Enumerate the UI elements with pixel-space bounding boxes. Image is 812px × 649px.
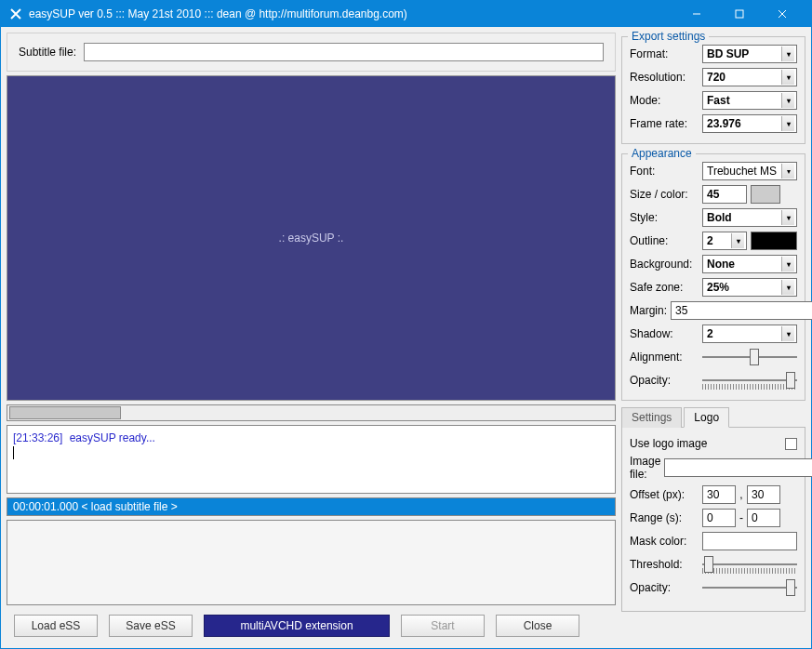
chevron-down-icon: ▾ bbox=[731, 233, 744, 248]
use-logo-checkbox[interactable] bbox=[785, 438, 797, 450]
chevron-down-icon: ▾ bbox=[781, 164, 794, 179]
preview-area: .: easySUP :. bbox=[7, 75, 616, 401]
subtitle-file-input[interactable] bbox=[84, 43, 604, 61]
chevron-down-icon: ▾ bbox=[781, 70, 794, 85]
offset-y-input[interactable] bbox=[747, 485, 780, 504]
timeline-scrollbar[interactable] bbox=[7, 404, 616, 421]
subtitle-file-panel: Subtitle file: bbox=[7, 33, 616, 72]
status-text: 00:00:01.000 < load subtitle file > bbox=[13, 500, 178, 513]
framerate-select[interactable]: 23.976▾ bbox=[702, 114, 797, 133]
margin-label: Margin: bbox=[630, 304, 667, 317]
alignment-slider[interactable] bbox=[702, 348, 797, 366]
size-color-label: Size / color: bbox=[630, 188, 699, 201]
chevron-down-icon: ▾ bbox=[781, 46, 794, 61]
logo-tab-content: Use logo image Image file: Offset (px): … bbox=[621, 428, 805, 612]
outline-label: Outline: bbox=[630, 234, 699, 247]
threshold-label: Threshold: bbox=[630, 558, 699, 571]
safezone-label: Safe zone: bbox=[630, 281, 699, 294]
export-settings-title: Export settings bbox=[628, 30, 709, 43]
close-button[interactable] bbox=[761, 1, 804, 27]
status-bar: 00:00:01.000 < load subtitle file > bbox=[7, 497, 616, 516]
shadow-select[interactable]: 2▾ bbox=[702, 324, 797, 343]
margin-input[interactable] bbox=[671, 301, 812, 320]
start-button[interactable]: Start bbox=[401, 615, 485, 637]
style-label: Style: bbox=[630, 211, 699, 224]
tab-settings[interactable]: Settings bbox=[621, 407, 682, 428]
imagefile-input[interactable] bbox=[664, 458, 812, 477]
size-input[interactable] bbox=[702, 185, 747, 204]
outline-color-swatch[interactable] bbox=[751, 232, 797, 250]
format-label: Format: bbox=[630, 47, 699, 60]
chevron-down-icon: ▾ bbox=[781, 93, 794, 108]
font-select[interactable]: Trebuchet MS▾ bbox=[702, 162, 797, 180]
subtitle-list-area bbox=[7, 520, 616, 605]
mode-select[interactable]: Fast▾ bbox=[702, 91, 797, 110]
range-to-input[interactable] bbox=[747, 509, 780, 527]
app-window: easySUP ver 0.5 ::: May 21st 2010 ::: de… bbox=[0, 0, 812, 649]
outline-select[interactable]: 2▾ bbox=[702, 232, 747, 250]
font-color-swatch[interactable] bbox=[751, 185, 780, 204]
shadow-label: Shadow: bbox=[630, 327, 699, 340]
log-timestamp: [21:33:26] bbox=[13, 431, 62, 444]
chevron-down-icon: ▾ bbox=[781, 210, 794, 225]
font-label: Font: bbox=[630, 165, 699, 178]
mask-label: Mask color: bbox=[630, 535, 699, 548]
tab-logo[interactable]: Logo bbox=[684, 407, 729, 428]
tabs-container: Settings Logo Use logo image Image file:… bbox=[621, 406, 805, 612]
scrollbar-thumb[interactable] bbox=[9, 406, 121, 419]
resolution-select[interactable]: 720▾ bbox=[702, 68, 797, 86]
log-cursor bbox=[13, 446, 14, 459]
range-separator: - bbox=[739, 511, 743, 524]
threshold-slider[interactable] bbox=[702, 555, 797, 574]
export-settings-group: Export settings Format: BD SUP▾ Resoluti… bbox=[621, 36, 805, 144]
appearance-group: Appearance Font: Trebuchet MS▾ Size / co… bbox=[621, 153, 805, 401]
chevron-down-icon: ▾ bbox=[781, 326, 794, 341]
log-message: easySUP ready... bbox=[70, 431, 155, 444]
format-select[interactable]: BD SUP▾ bbox=[702, 45, 797, 63]
bottom-button-row: Load eSS Save eSS multiAVCHD extension S… bbox=[7, 609, 616, 642]
load-ess-button[interactable]: Load eSS bbox=[14, 615, 98, 637]
use-logo-label: Use logo image bbox=[630, 437, 781, 450]
maximize-button[interactable] bbox=[718, 1, 761, 27]
subtitle-file-label: Subtitle file: bbox=[19, 46, 76, 59]
opacity-slider[interactable] bbox=[702, 371, 797, 390]
opacity-label: Opacity: bbox=[630, 374, 699, 387]
safezone-select[interactable]: 25%▾ bbox=[702, 278, 797, 297]
logo-opacity-label: Opacity: bbox=[630, 581, 699, 594]
imagefile-label: Image file: bbox=[630, 455, 660, 481]
window-title: easySUP ver 0.5 ::: May 21st 2010 ::: de… bbox=[29, 7, 675, 20]
chevron-down-icon: ▾ bbox=[781, 257, 794, 272]
background-label: Background: bbox=[630, 258, 699, 271]
minimize-button[interactable] bbox=[675, 1, 718, 27]
chevron-down-icon: ▾ bbox=[781, 116, 794, 131]
chevron-down-icon: ▾ bbox=[781, 280, 794, 295]
save-ess-button[interactable]: Save eSS bbox=[109, 615, 193, 637]
offset-label: Offset (px): bbox=[630, 488, 699, 501]
framerate-label: Frame rate: bbox=[630, 117, 699, 130]
titlebar: easySUP ver 0.5 ::: May 21st 2010 ::: de… bbox=[1, 1, 811, 27]
appearance-title: Appearance bbox=[628, 147, 696, 160]
svg-rect-1 bbox=[736, 10, 743, 18]
logo-opacity-slider[interactable] bbox=[702, 578, 797, 597]
offset-x-input[interactable] bbox=[702, 485, 736, 504]
log-area: [21:33:26] easySUP ready... bbox=[7, 425, 616, 494]
range-label: Range (s): bbox=[630, 511, 699, 524]
mode-label: Mode: bbox=[630, 94, 699, 107]
offset-separator: , bbox=[739, 488, 743, 501]
close-app-button[interactable]: Close bbox=[496, 615, 579, 637]
app-icon bbox=[8, 7, 23, 21]
resolution-label: Resolution: bbox=[630, 71, 699, 84]
range-from-input[interactable] bbox=[702, 509, 736, 527]
multiavchd-button[interactable]: multiAVCHD extension bbox=[204, 615, 390, 637]
mask-color-swatch[interactable] bbox=[702, 532, 797, 550]
alignment-label: Alignment: bbox=[630, 351, 699, 364]
background-select[interactable]: None▾ bbox=[702, 255, 797, 273]
preview-text: .: easySUP :. bbox=[279, 232, 344, 245]
style-select[interactable]: Bold▾ bbox=[702, 208, 797, 227]
